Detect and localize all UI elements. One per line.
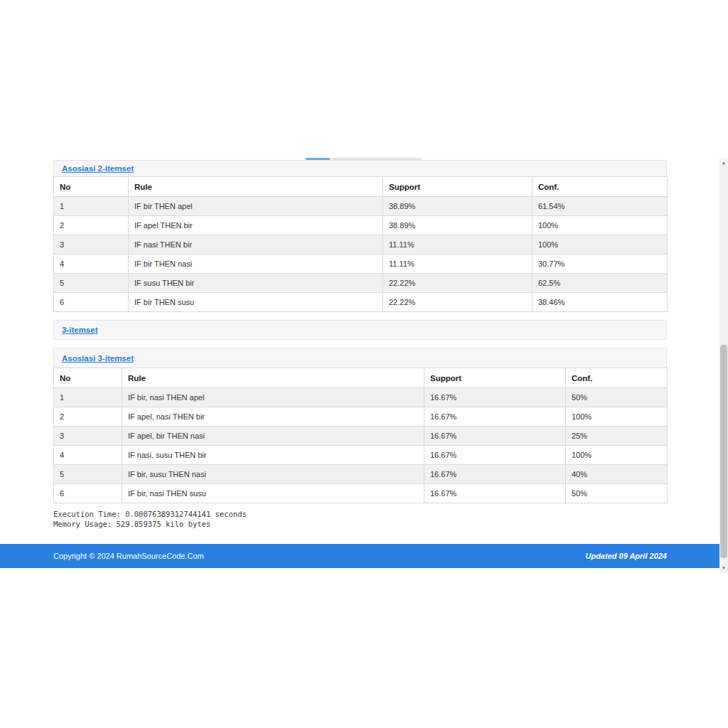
table-cell: 62.5% [532, 274, 668, 293]
column-header: No [54, 177, 129, 197]
table-cell: 16.67% [424, 484, 566, 503]
table-row: 3IF apel, bir THEN nasi16.67%25% [54, 427, 668, 446]
copyright-text: Copyright © 2024 RumahSourceCode.Com [53, 552, 204, 560]
column-header: Conf. [566, 368, 668, 388]
table-cell: IF bir, nasi THEN susu [122, 484, 424, 503]
asosiasi-2-itemset-link[interactable]: Asosiasi 2-itemset [62, 164, 134, 173]
content-container: Asosiasi 2-itemset NoRuleSupportConf.1IF… [53, 160, 667, 529]
panel-heading-2itemset: Asosiasi 2-itemset [53, 160, 667, 176]
memory-usage-text: Memory Usage: 529.859375 kilo bytes [53, 519, 667, 529]
table-row: 4IF bir THEN nasi11.11%30.77% [54, 255, 668, 274]
asosiasi-2-itemset-table: NoRuleSupportConf.1IF bir THEN apel38.89… [53, 176, 668, 312]
table-cell: 3 [54, 235, 129, 255]
updated-text: Updated 09 April 2024 [585, 552, 667, 560]
table-cell: IF bir, nasi THEN apel [122, 388, 424, 407]
panel-heading-asosiasi-3itemset: Asosiasi 3-itemset [53, 348, 667, 368]
table-row: 2IF apel, nasi THEN bir16.67%100% [54, 407, 668, 427]
table-cell: 100% [566, 407, 668, 427]
table-cell: 11.11% [383, 235, 532, 255]
table-cell: 38.46% [532, 293, 668, 312]
table-cell: 2 [54, 407, 122, 427]
table-cell: 16.67% [424, 427, 566, 446]
table-cell: 4 [54, 255, 129, 274]
table-cell: 100% [532, 216, 668, 235]
table-row: 3IF nasi THEN bir11.11%100% [54, 235, 668, 255]
table-cell: IF bir THEN nasi [129, 255, 383, 274]
table-cell: 16.67% [424, 465, 566, 484]
table-cell: IF apel, nasi THEN bir [122, 407, 424, 427]
table-cell: 1 [54, 197, 129, 216]
scrollbar-thumb[interactable] [720, 345, 727, 558]
footer-bar: Copyright © 2024 RumahSourceCode.Com Upd… [0, 544, 719, 568]
table-cell: 16.67% [424, 446, 566, 465]
table-cell: IF bir THEN apel [129, 197, 383, 216]
table-cell: 50% [566, 484, 668, 503]
table-cell: 25% [566, 427, 668, 446]
table-row: 5IF bir, susu THEN nasi16.67%40% [54, 465, 668, 484]
table-cell: IF bir THEN susu [129, 293, 383, 312]
table-header-row: NoRuleSupportConf. [54, 177, 668, 197]
browser-viewport: Asosiasi 2-itemset NoRuleSupportConf.1IF… [0, 158, 728, 573]
table-cell: 50% [566, 388, 668, 407]
table-cell: 38.89% [383, 216, 532, 235]
asosiasi-3-itemset-link[interactable]: Asosiasi 3-itemset [62, 354, 134, 363]
column-header: Rule [129, 177, 383, 197]
table-cell: 6 [54, 484, 122, 503]
table-row: 1IF bir THEN apel38.89%61.54% [54, 197, 668, 216]
table-row: 2IF apel THEN bir38.89%100% [54, 216, 668, 235]
table-cell: 5 [54, 274, 129, 293]
vertical-scrollbar[interactable]: ▲ ▼ [719, 158, 728, 573]
table-cell: 5 [54, 465, 122, 484]
table-row: 5IF susu THEN bir22.22%62.5% [54, 274, 668, 293]
column-header: Support [424, 368, 566, 388]
table-cell: 1 [54, 388, 122, 407]
scroll-up-icon[interactable]: ▲ [719, 158, 728, 168]
panel-heading-3itemset-section: 3-itemset [53, 320, 667, 340]
column-header: Conf. [532, 177, 668, 197]
table-cell: IF bir, susu THEN nasi [122, 465, 424, 484]
table-row: 1IF bir, nasi THEN apel16.67%50% [54, 388, 668, 407]
asosiasi-3-itemset-table: NoRuleSupportConf.1IF bir, nasi THEN ape… [53, 368, 668, 503]
table-cell: 40% [566, 465, 668, 484]
table-header-row: NoRuleSupportConf. [54, 368, 668, 388]
scroll-down-icon[interactable]: ▼ [719, 563, 728, 573]
table-cell: 6 [54, 293, 129, 312]
table-cell: 100% [532, 235, 668, 255]
table-cell: 22.22% [383, 293, 532, 312]
table-cell: 38.89% [383, 197, 532, 216]
column-header: Rule [122, 368, 424, 388]
execution-time-text: Execution Time: 0.00076389312744141 seco… [53, 509, 667, 519]
table-cell: 4 [54, 446, 122, 465]
table-cell: 22.22% [383, 274, 532, 293]
execution-stats: Execution Time: 0.00076389312744141 seco… [53, 509, 667, 529]
table-row: 4IF nasi, susu THEN bir16.67%100% [54, 446, 668, 465]
page-background: Asosiasi 2-itemset NoRuleSupportConf.1IF… [0, 0, 728, 728]
table-cell: IF nasi, susu THEN bir [122, 446, 424, 465]
table-cell: 11.11% [383, 255, 532, 274]
column-header: No [54, 368, 122, 388]
table-cell: IF apel THEN bir [129, 216, 383, 235]
table-cell: 16.67% [424, 388, 566, 407]
table-row: 6IF bir THEN susu22.22%38.46% [54, 293, 668, 312]
table-row: 6IF bir, nasi THEN susu16.67%50% [54, 484, 668, 503]
table-cell: IF apel, bir THEN nasi [122, 427, 424, 446]
table-cell: IF nasi THEN bir [129, 235, 383, 255]
table-cell: 16.67% [424, 407, 566, 427]
3-itemset-link[interactable]: 3-itemset [62, 326, 98, 334]
table-cell: IF susu THEN bir [129, 274, 383, 293]
table-cell: 3 [54, 427, 122, 446]
table-cell: 61.54% [532, 197, 668, 216]
column-header: Support [383, 177, 532, 197]
table-cell: 100% [566, 446, 668, 465]
table-cell: 2 [54, 216, 129, 235]
table-cell: 30.77% [532, 255, 668, 274]
